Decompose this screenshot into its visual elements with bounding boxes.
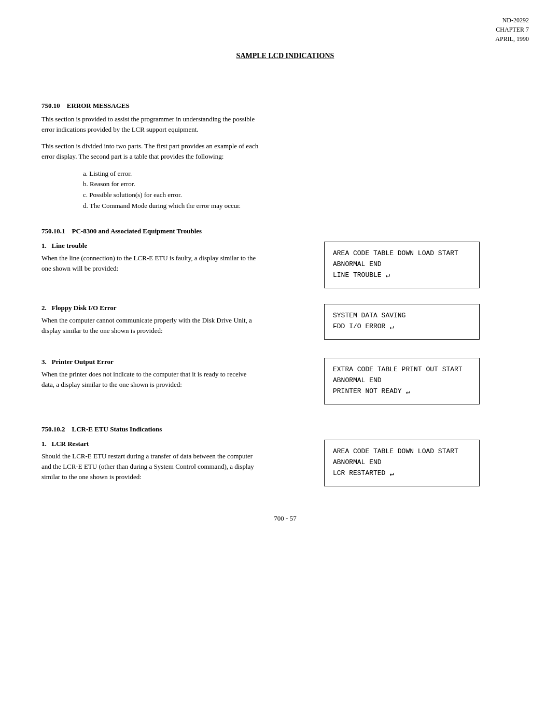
lcd-3-arrow: ↵ — [406, 386, 410, 398]
trouble-item-1-right: AREA CODE TABLE DOWN LOAD START ABNORMAL… — [275, 242, 529, 288]
trouble-item-2-row: 2. Floppy Disk I/O Error When the comput… — [41, 304, 529, 342]
section-750-10-para2: This section is divided into two parts. … — [41, 141, 259, 162]
list-item-a: a. Listing of error. — [83, 169, 529, 179]
doc-number: ND-20292 — [495, 16, 529, 25]
section-750-10-2-heading: 750.10.2 LCR-E ETU Status Indications — [41, 425, 529, 433]
section-750-10-1-title: PC-8300 and Associated Equipment Trouble… — [72, 227, 202, 235]
trouble-item-2-desc: When the computer cannot communicate pro… — [41, 315, 259, 336]
section-750-10-list: a. Listing of error. b. Reason for error… — [83, 169, 529, 212]
lcd-box-1: AREA CODE TABLE DOWN LOAD START ABNORMAL… — [324, 242, 480, 288]
list-item-c: c. Possible solution(s) for each error. — [83, 190, 529, 201]
lcd-4-line2: ABNORMAL END — [333, 457, 471, 468]
header-info: ND-20292 CHAPTER 7 APRIL, 1990 — [495, 16, 529, 44]
lcd-4-line1: AREA CODE TABLE DOWN LOAD START — [333, 446, 471, 457]
section-750-10: 750.10 ERROR MESSAGES This section is pr… — [41, 102, 529, 212]
page-number: 700 - 57 — [274, 514, 296, 522]
date: APRIL, 1990 — [495, 34, 529, 44]
status-item-1-left: 1. LCR Restart Should the LCR-E ETU rest… — [41, 440, 259, 488]
chapter: CHAPTER 7 — [495, 25, 529, 34]
section-750-10-2-number: 750.10.2 — [41, 425, 65, 433]
lcd-3-line1: EXTRA CODE TABLE PRINT OUT START — [333, 365, 471, 375]
list-item-b: b. Reason for error. — [83, 179, 529, 190]
trouble-item-1-row: 1. Line trouble When the line (connectio… — [41, 242, 529, 288]
trouble-item-2-left: 2. Floppy Disk I/O Error When the comput… — [41, 304, 259, 342]
section-750-10-title: ERROR MESSAGES — [67, 102, 130, 109]
trouble-item-1-label: 1. Line trouble — [41, 242, 259, 250]
lcd-3-line3: PRINTER NOT READY ↵ — [333, 386, 471, 398]
lcd-box-3: EXTRA CODE TABLE PRINT OUT START ABNORMA… — [324, 358, 480, 404]
section-750-10-heading: 750.10 ERROR MESSAGES — [41, 102, 529, 110]
lcd-1-line2: ABNORMAL END — [333, 259, 471, 270]
trouble-item-3-left: 3. Printer Output Error When the printer… — [41, 358, 259, 396]
list-item-d: d. The Command Mode during which the err… — [83, 201, 529, 212]
section-750-10-number: 750.10 — [41, 102, 60, 109]
section-750-10-1-heading: 750.10.1 PC-8300 and Associated Equipmen… — [41, 227, 529, 235]
trouble-item-2-label: 2. Floppy Disk I/O Error — [41, 304, 259, 312]
status-item-1-row: 1. LCR Restart Should the LCR-E ETU rest… — [41, 440, 529, 488]
lcd-1-line3: LINE TROUBLE ↵ — [333, 270, 471, 281]
lcd-4-arrow: ↵ — [389, 468, 394, 480]
sample-lcd-title: SAMPLE LCD INDICATIONS — [41, 52, 529, 60]
trouble-item-1-desc: When the line (connection) to the LCR-E … — [41, 253, 259, 274]
section-750-10-1-number: 750.10.1 — [41, 227, 65, 235]
lcd-2-line2: FDD I/O ERROR ↵ — [333, 321, 471, 333]
trouble-item-3-right: EXTRA CODE TABLE PRINT OUT START ABNORMA… — [275, 358, 529, 404]
trouble-item-3: 3. Printer Output Error When the printer… — [41, 358, 529, 404]
trouble-item-1: 1. Line trouble When the line (connectio… — [41, 242, 529, 288]
status-item-1-right: AREA CODE TABLE DOWN LOAD START ABNORMAL… — [275, 440, 529, 486]
section-750-10-para1: This section is provided to assist the p… — [41, 114, 259, 135]
trouble-item-1-left: 1. Line trouble When the line (connectio… — [41, 242, 259, 280]
lcd-1-line1: AREA CODE TABLE DOWN LOAD START — [333, 248, 471, 259]
lcd-2-arrow: ↵ — [389, 321, 394, 333]
lcd-1-arrow: ↵ — [386, 270, 390, 281]
section-750-10-2: 750.10.2 LCR-E ETU Status Indications 1.… — [41, 425, 529, 488]
lcd-2-line1: SYSTEM DATA SAVING — [333, 311, 471, 321]
status-item-1: 1. LCR Restart Should the LCR-E ETU rest… — [41, 440, 529, 488]
status-item-1-desc: Should the LCR-E ETU restart during a tr… — [41, 451, 259, 482]
trouble-item-3-label: 3. Printer Output Error — [41, 358, 259, 366]
page-footer: 700 - 57 — [41, 509, 529, 523]
lcd-4-line3: LCR RESTARTED ↵ — [333, 468, 471, 480]
trouble-item-3-desc: When the printer does not indicate to th… — [41, 369, 259, 390]
lcd-box-4: AREA CODE TABLE DOWN LOAD START ABNORMAL… — [324, 440, 480, 486]
section-750-10-2-title: LCR-E ETU Status Indications — [72, 425, 162, 433]
trouble-item-2: 2. Floppy Disk I/O Error When the comput… — [41, 304, 529, 342]
status-item-1-label: 1. LCR Restart — [41, 440, 259, 448]
lcd-box-2: SYSTEM DATA SAVING FDD I/O ERROR ↵ — [324, 304, 480, 340]
trouble-item-3-row: 3. Printer Output Error When the printer… — [41, 358, 529, 404]
page: ND-20292 CHAPTER 7 APRIL, 1990 SAMPLE LC… — [0, 0, 560, 728]
section-750-10-1: 750.10.1 PC-8300 and Associated Equipmen… — [41, 227, 529, 404]
trouble-item-2-right: SYSTEM DATA SAVING FDD I/O ERROR ↵ — [275, 304, 529, 340]
lcd-3-line2: ABNORMAL END — [333, 375, 471, 386]
